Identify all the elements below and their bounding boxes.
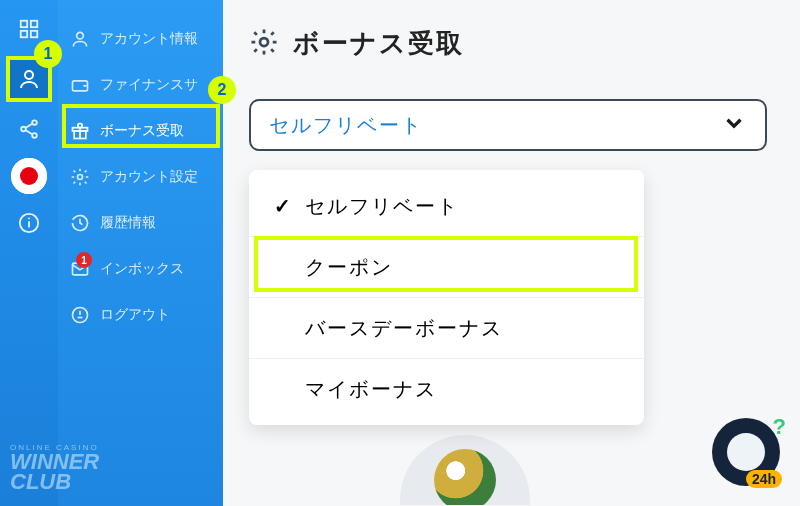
support-hours-badge: 24h — [746, 470, 782, 488]
share-icon — [18, 118, 40, 140]
svg-point-4 — [25, 71, 33, 79]
option-self-rebate[interactable]: ✓ セルフリベート — [249, 176, 644, 236]
rail-info[interactable] — [8, 202, 50, 244]
page-title: ボーナス受取 — [293, 26, 464, 61]
logo-line2: CLUB — [10, 472, 200, 492]
gear-icon — [70, 167, 90, 187]
menu-label: 履歴情報 — [100, 214, 156, 232]
rail-share[interactable] — [8, 108, 50, 150]
menu-label: ログアウト — [100, 306, 170, 324]
svg-point-20 — [260, 38, 268, 46]
svg-rect-3 — [31, 31, 37, 37]
wallet-icon — [70, 75, 90, 95]
menu-logout[interactable]: ログアウト — [58, 292, 223, 338]
icon-rail — [0, 0, 58, 506]
question-icon: ? — [773, 414, 786, 440]
inbox-badge: 1 — [76, 252, 92, 268]
page-title-row: ボーナス受取 — [249, 26, 770, 61]
menu-account-settings[interactable]: アカウント設定 — [58, 154, 223, 200]
select-value: セルフリベート — [269, 112, 423, 139]
option-label: マイボーナス — [305, 376, 622, 403]
menu-inbox[interactable]: 1 インボックス — [58, 246, 223, 292]
menu-finance[interactable]: ファイナンスサ — [58, 62, 223, 108]
check-icon: ✓ — [271, 194, 293, 218]
option-coupon[interactable]: クーポン — [249, 237, 644, 297]
japan-flag-icon — [11, 158, 47, 194]
menu-label: インボックス — [100, 260, 184, 278]
annotation-number-2: 2 — [208, 76, 236, 104]
bonus-type-dropdown: ✓ セルフリベート クーポン バースデーボーナス マイボーナス — [249, 170, 644, 425]
menu-label: ファイナンスサ — [100, 76, 198, 94]
grid-icon — [18, 18, 40, 40]
chevron-down-icon — [721, 110, 747, 140]
svg-point-13 — [77, 32, 84, 39]
user-icon — [70, 29, 90, 49]
menu-label: アカウント情報 — [100, 30, 198, 48]
option-label: セルフリベート — [305, 193, 622, 220]
option-birthday-bonus[interactable]: バースデーボーナス — [249, 298, 644, 358]
option-label: バースデーボーナス — [305, 315, 622, 342]
info-icon — [18, 212, 40, 234]
svg-rect-0 — [21, 21, 27, 27]
menu-bonus-receive[interactable]: ボーナス受取 — [58, 108, 223, 154]
menu-account-info[interactable]: アカウント情報 — [58, 16, 223, 62]
support-avatar-icon — [727, 433, 765, 471]
logout-icon — [70, 305, 90, 325]
menu-label: アカウント設定 — [100, 168, 198, 186]
svg-point-9 — [20, 167, 38, 185]
svg-point-17 — [78, 175, 83, 180]
menu-history[interactable]: 履歴情報 — [58, 200, 223, 246]
account-submenu: アカウント情報 ファイナンスサ ボーナス受取 アカウント設定 履歴情報 1 イン… — [58, 0, 223, 506]
svg-rect-2 — [21, 31, 27, 37]
annotation-number-1: 1 — [34, 40, 62, 68]
bonus-type-select[interactable]: セルフリベート — [249, 99, 767, 151]
support-chat-button[interactable]: ? 24h — [712, 418, 780, 486]
history-icon — [70, 213, 90, 233]
option-label: クーポン — [305, 254, 622, 281]
menu-label: ボーナス受取 — [100, 122, 184, 140]
rail-language-jp[interactable] — [11, 158, 47, 194]
user-icon — [17, 67, 41, 91]
site-logo: ONLINE CASINO WINNER CLUB — [10, 443, 200, 492]
svg-rect-1 — [31, 21, 37, 27]
gift-icon — [70, 121, 90, 141]
gear-icon — [249, 27, 279, 61]
option-my-bonus[interactable]: マイボーナス — [249, 359, 644, 419]
svg-point-12 — [28, 218, 30, 220]
